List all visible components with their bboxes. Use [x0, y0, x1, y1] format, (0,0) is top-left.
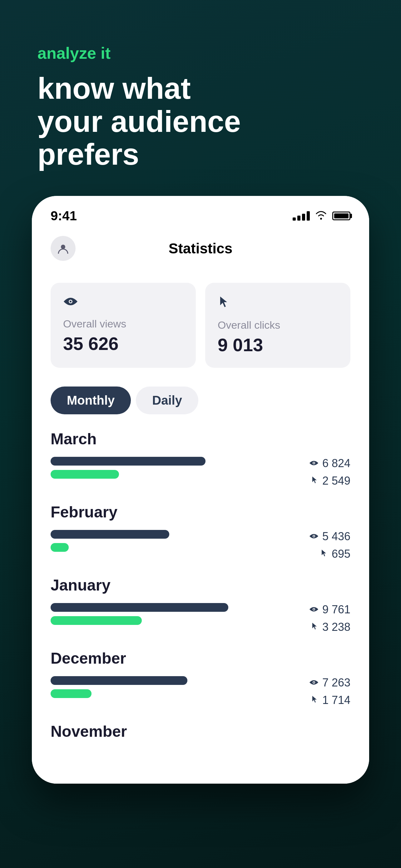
views-bar: [51, 530, 169, 539]
svg-point-8: [313, 609, 314, 610]
views-label: Overall views: [63, 318, 183, 330]
svg-point-10: [313, 682, 314, 683]
svg-point-4: [313, 462, 314, 464]
month-section: January 9 761 3 238: [51, 576, 350, 634]
month-title: November: [51, 722, 350, 741]
signal-icon: [293, 211, 310, 221]
page-title: Statistics: [169, 240, 233, 257]
bars-container: [51, 457, 288, 479]
svg-point-0: [61, 245, 65, 249]
month-title: January: [51, 576, 350, 594]
clicks-count: 695: [332, 548, 350, 561]
clicks-count: 2 549: [322, 474, 350, 488]
period-toggle: Monthly Daily: [51, 386, 350, 414]
views-count: 6 824: [322, 457, 350, 470]
views-icon: [63, 295, 183, 310]
content-area: Overall views 35 626 Overall clicks 9 01…: [32, 273, 369, 784]
clicks-icon: [218, 295, 338, 312]
cursor-icon: [311, 475, 319, 486]
svg-point-2: [70, 301, 71, 303]
bars-container: [51, 530, 288, 552]
stats-cards: Overall views 35 626 Overall clicks 9 01…: [51, 283, 350, 368]
clicks-bar: [51, 470, 119, 479]
views-bar: [51, 603, 228, 612]
month-title: March: [51, 430, 350, 448]
views-count: 5 436: [322, 530, 350, 543]
avatar-button[interactable]: [51, 236, 75, 261]
clicks-number: 1 714: [288, 694, 350, 707]
month-section: March 6 824 2 549: [51, 430, 350, 488]
clicks-bar: [51, 689, 92, 698]
month-section: December 7 263 1 714: [51, 649, 350, 707]
clicks-number: 695: [288, 548, 350, 561]
clicks-count: 1 714: [322, 694, 350, 707]
clicks-bar: [51, 543, 69, 552]
views-bar: [51, 676, 188, 685]
views-card: Overall views 35 626: [51, 283, 196, 368]
bars-container: [51, 676, 288, 698]
svg-point-6: [313, 535, 314, 537]
month-section: November: [51, 722, 350, 749]
battery-icon: [332, 212, 350, 220]
clicks-number: 2 549: [288, 474, 350, 488]
months-list: March 6 824 2 549February 5 436 695Janua…: [51, 430, 350, 749]
stats-numbers: 9 761 3 238: [288, 603, 350, 634]
app-branding: analyze it know what your audience prefe…: [0, 0, 401, 196]
views-number: 6 824: [288, 457, 350, 470]
stats-numbers: 7 263 1 714: [288, 676, 350, 707]
month-bars-row: 6 824 2 549: [51, 457, 350, 488]
app-tagline: analyze it: [37, 44, 364, 62]
stats-numbers: 5 436 695: [288, 530, 350, 561]
phone-mockup: 9:41: [32, 196, 369, 784]
status-time: 9:41: [51, 208, 77, 223]
wifi-icon: [315, 209, 327, 222]
month-bars-row: 7 263 1 714: [51, 676, 350, 707]
month-bars-row: 5 436 695: [51, 530, 350, 561]
views-value: 35 626: [63, 333, 183, 354]
cursor-icon: [311, 695, 319, 706]
views-number: 5 436: [288, 530, 350, 543]
month-section: February 5 436 695: [51, 503, 350, 561]
clicks-bar: [51, 616, 142, 625]
eye-icon: [309, 531, 319, 542]
bars-container: [51, 603, 288, 625]
views-bar: [51, 457, 205, 466]
views-count: 7 263: [322, 676, 350, 689]
month-bars-row: 9 761 3 238: [51, 603, 350, 634]
month-title: February: [51, 503, 350, 521]
month-title: December: [51, 649, 350, 668]
app-headline: know what your audience prefers: [37, 72, 256, 171]
views-number: 7 263: [288, 676, 350, 689]
eye-icon: [309, 458, 319, 469]
cursor-icon: [311, 622, 319, 632]
views-number: 9 761: [288, 603, 350, 616]
clicks-value: 9 013: [218, 334, 338, 355]
stats-numbers: 6 824 2 549: [288, 457, 350, 488]
clicks-label: Overall clicks: [218, 319, 338, 331]
status-bar: 9:41: [32, 196, 369, 230]
eye-icon: [309, 677, 319, 688]
clicks-count: 3 238: [322, 621, 350, 634]
monthly-button[interactable]: Monthly: [51, 386, 131, 414]
eye-icon: [309, 604, 319, 615]
clicks-card: Overall clicks 9 013: [205, 283, 350, 368]
status-icons: [293, 209, 350, 222]
clicks-number: 3 238: [288, 621, 350, 634]
daily-button[interactable]: Daily: [136, 386, 198, 414]
cursor-icon: [321, 549, 328, 559]
views-count: 9 761: [322, 603, 350, 616]
app-header: Statistics: [32, 230, 369, 273]
